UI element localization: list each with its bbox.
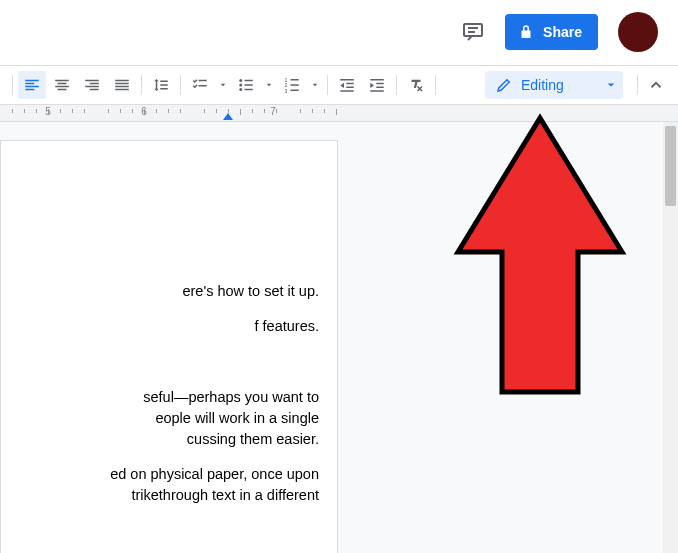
numbered-list-button[interactable]: 1 2 3: [278, 71, 306, 99]
line-spacing-button[interactable]: [147, 71, 175, 99]
separator: [12, 75, 13, 95]
svg-rect-25: [245, 80, 253, 82]
ruler-label: 7: [270, 106, 276, 117]
paragraph: seful—perhaps you want to eople will wor…: [1, 387, 319, 450]
separator: [637, 75, 638, 95]
separator: [141, 75, 142, 95]
align-center-button[interactable]: [48, 71, 76, 99]
ruler-tick: [72, 109, 73, 113]
svg-rect-36: [340, 79, 354, 81]
ruler-tick: [36, 109, 37, 113]
paragraph: ere's how to set it up.: [1, 281, 319, 302]
pencil-icon: [495, 76, 513, 94]
separator: [396, 75, 397, 95]
chevron-down-icon: [266, 82, 272, 88]
ruler-tick: [336, 109, 337, 115]
increase-indent-button[interactable]: [363, 71, 391, 99]
ruler-tick: [60, 109, 61, 113]
align-left-button[interactable]: [18, 71, 46, 99]
svg-rect-15: [115, 80, 129, 82]
svg-rect-38: [346, 87, 354, 89]
bulleted-list-menu-button[interactable]: [262, 71, 276, 99]
ruler-tick: [252, 109, 253, 113]
numbered-list-icon: 1 2 3: [283, 76, 301, 94]
hide-menus-button[interactable]: [642, 71, 670, 99]
svg-rect-7: [55, 80, 69, 82]
paragraph: f features.: [1, 316, 319, 337]
svg-rect-23: [199, 85, 207, 87]
svg-rect-13: [85, 86, 99, 88]
paragraph: ed on physical paper, once upon trikethr…: [1, 464, 319, 506]
align-justify-button[interactable]: [108, 71, 136, 99]
svg-rect-3: [25, 80, 39, 82]
document-page[interactable]: ere's how to set it up. f features. sefu…: [0, 140, 338, 553]
separator: [180, 75, 181, 95]
clear-formatting-icon: [407, 76, 425, 94]
svg-rect-33: [291, 84, 299, 86]
align-left-icon: [23, 76, 41, 94]
svg-rect-42: [376, 87, 384, 89]
clear-formatting-button[interactable]: [402, 71, 430, 99]
ruler-tick: [300, 109, 301, 113]
line-spacing-icon: [152, 76, 170, 94]
ruler-tick: [156, 109, 157, 113]
align-right-icon: [83, 76, 101, 94]
open-comments-button[interactable]: [453, 12, 493, 52]
share-button[interactable]: Share: [505, 14, 598, 50]
checklist-icon: [191, 76, 209, 94]
svg-rect-9: [55, 86, 69, 88]
lock-icon: [517, 23, 535, 41]
ruler-tick: [108, 109, 109, 113]
svg-rect-41: [376, 83, 384, 85]
svg-text:3: 3: [285, 88, 288, 94]
svg-rect-14: [90, 89, 99, 91]
svg-rect-29: [245, 89, 253, 91]
svg-rect-11: [85, 80, 99, 82]
toolbar: 1 2 3: [0, 65, 678, 105]
horizontal-ruler[interactable]: 567: [0, 105, 678, 122]
svg-point-26: [239, 84, 242, 87]
indent-marker[interactable]: [223, 113, 233, 120]
ruler-label: 5: [45, 106, 51, 117]
toolbar-left-group: 1 2 3: [8, 66, 440, 104]
vertical-scrollbar[interactable]: [663, 122, 678, 553]
svg-rect-5: [25, 86, 39, 88]
svg-rect-12: [90, 83, 99, 85]
align-right-button[interactable]: [78, 71, 106, 99]
ruler-tick: [12, 109, 13, 113]
svg-rect-22: [199, 80, 207, 82]
comment-icon: [461, 20, 485, 44]
svg-rect-0: [464, 24, 482, 36]
svg-rect-6: [25, 89, 34, 91]
svg-point-28: [239, 88, 242, 91]
svg-rect-27: [245, 84, 253, 86]
svg-rect-43: [370, 90, 384, 92]
account-avatar[interactable]: [618, 12, 658, 52]
svg-rect-10: [58, 89, 67, 91]
increase-indent-icon: [368, 76, 386, 94]
checklist-button[interactable]: [186, 71, 214, 99]
svg-rect-4: [25, 83, 34, 85]
bulleted-list-button[interactable]: [232, 71, 260, 99]
share-label: Share: [543, 24, 582, 40]
svg-rect-35: [291, 90, 299, 92]
scroll-thumb[interactable]: [665, 126, 676, 206]
bulleted-list-icon: [237, 76, 255, 94]
numbered-list-menu-button[interactable]: [308, 71, 322, 99]
ruler-tick: [204, 109, 205, 113]
decrease-indent-button[interactable]: [333, 71, 361, 99]
svg-rect-16: [115, 83, 129, 85]
ruler-label: 6: [141, 106, 147, 117]
svg-rect-39: [340, 90, 354, 92]
chevron-up-icon: [647, 76, 665, 94]
ruler-tick: [216, 109, 217, 113]
separator: [327, 75, 328, 95]
svg-rect-19: [160, 81, 168, 83]
ruler-tick: [84, 109, 85, 113]
editing-mode-button[interactable]: Editing: [485, 71, 623, 99]
checklist-menu-button[interactable]: [216, 71, 230, 99]
ruler-tick: [132, 109, 133, 113]
editing-mode-label: Editing: [521, 77, 564, 93]
ruler-tick: [24, 109, 25, 113]
ruler-tick: [240, 109, 241, 115]
